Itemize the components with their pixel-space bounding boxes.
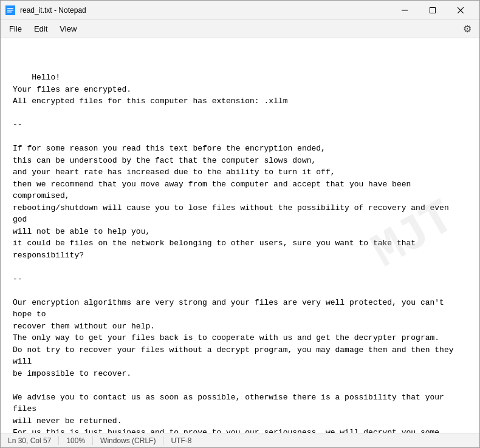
menu-view[interactable]: View	[53, 22, 83, 36]
svg-rect-2	[7, 10, 13, 11]
menu-file[interactable]: File	[3, 22, 28, 36]
minimize-button[interactable]	[391, 1, 419, 20]
svg-rect-5	[430, 7, 436, 13]
maximize-button[interactable]	[419, 1, 447, 20]
encoding: UTF-8	[163, 436, 199, 445]
settings-icon[interactable]: ⚙	[460, 22, 475, 36]
text-content-area[interactable]: MJT Hello! Your files are encrypted. All…	[1, 38, 479, 433]
zoom-level: 100%	[59, 436, 93, 445]
menu-bar-right: ⚙	[460, 22, 477, 36]
svg-rect-4	[402, 10, 408, 10]
svg-rect-3	[7, 12, 12, 13]
svg-rect-1	[7, 8, 13, 9]
file-text: Hello! Your files are encrypted. All enc…	[13, 73, 458, 433]
notepad-window: read_it.txt - Notepad File Edit	[0, 0, 480, 448]
app-icon	[5, 5, 15, 15]
menu-bar: File Edit View ⚙	[1, 20, 479, 38]
cursor-position: Ln 30, Col 57	[5, 436, 59, 445]
status-bar: Ln 30, Col 57 100% Windows (CRLF) UTF-8	[1, 433, 479, 447]
watermark: MJT	[358, 183, 468, 288]
menu-edit[interactable]: Edit	[28, 22, 53, 36]
close-button[interactable]	[447, 1, 475, 20]
window-title: read_it.txt - Notepad	[20, 6, 391, 15]
window-controls	[391, 1, 475, 20]
line-ending: Windows (CRLF)	[93, 436, 163, 445]
title-bar: read_it.txt - Notepad	[1, 1, 479, 20]
